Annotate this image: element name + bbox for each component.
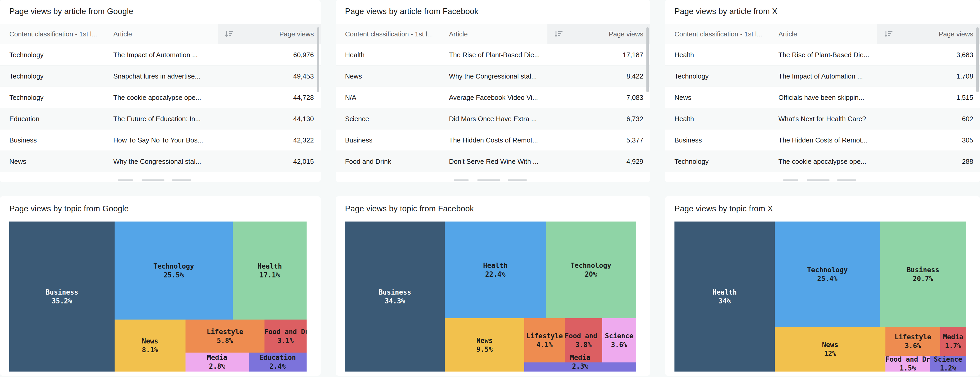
treemap-tile-label: Science1.2% (930, 332, 966, 376)
treemap-tile-label: News12% (775, 304, 885, 376)
table-row[interactable]: Food and Drink Don't Serve Red Wine With… (336, 151, 650, 172)
table-row-partial (0, 172, 321, 182)
cell-page-views: 602 (962, 115, 973, 123)
cell-article: Why the Congressional stal... (113, 157, 201, 165)
cell-page-views: 44,130 (293, 115, 314, 123)
cell-page-views: 49,453 (293, 72, 314, 80)
table-row[interactable]: Business The Hidden Costs of Remot... 5,… (336, 129, 650, 151)
cell-article: The Rise of Plant-Based Die... (778, 51, 869, 59)
cell-page-views: 8,422 (627, 72, 643, 80)
cell-article: Snapchat lures in advertise... (113, 72, 200, 80)
chart-title: Page views by article from X (675, 7, 778, 16)
treemap-tile-label: Business34.3% (345, 198, 445, 376)
column-header-classification[interactable]: Content classification - 1st l... (675, 30, 762, 38)
table-header-row: Content classification - 1st l... Articl… (665, 24, 980, 44)
treemap-tile-science[interactable]: Science1.2% (930, 356, 966, 372)
panel-page-views-by-article-facebook: Page views by article from Facebook Cont… (336, 0, 650, 182)
table-row[interactable]: Health What's Next for Health Care? 602 (665, 108, 980, 129)
cell-page-views: 288 (962, 157, 973, 165)
table-row[interactable]: Technology The Impact of Automation ... … (0, 44, 321, 65)
cell-page-views: 5,377 (627, 136, 643, 144)
cell-classification: News (345, 72, 362, 80)
table-row[interactable]: Education The Future of Education: In...… (0, 108, 321, 129)
treemap-tile-label: Business35.2% (10, 198, 115, 376)
column-header-page-views[interactable]: Page views (279, 30, 314, 38)
table-scrollbar[interactable] (646, 27, 649, 92)
cell-article: The cookie apocalypse ope... (778, 157, 866, 165)
treemap-tile-news[interactable]: News12% (775, 327, 885, 372)
table-row[interactable]: Business How To Say No To Your Bos... 42… (0, 129, 321, 151)
cell-classification: Health (675, 51, 694, 59)
table-row[interactable]: Health The Rise of Plant-Based Die... 3,… (665, 44, 980, 65)
cell-article: The Future of Education: In... (113, 115, 201, 123)
cell-page-views: 1,515 (956, 93, 973, 101)
table-row[interactable]: News Why the Congressional stal... 8,422 (336, 65, 650, 87)
table-row[interactable]: News Officials have been skippin... 1,51… (665, 87, 980, 108)
cell-classification: Science (345, 115, 369, 123)
cell-page-views: 42,322 (293, 136, 314, 144)
cell-classification: Food and Drink (345, 157, 391, 165)
cell-classification: Business (675, 136, 702, 144)
cell-classification: Technology (675, 72, 709, 80)
cell-classification: Business (10, 136, 37, 144)
table-header-row: Content classification - 1st l... Articl… (336, 24, 650, 44)
cell-classification: Health (675, 115, 694, 123)
table-row[interactable]: Health The Rise of Plant-Based Die... 17… (336, 44, 650, 65)
sort-descending-icon[interactable] (554, 30, 563, 38)
column-header-article[interactable]: Article (778, 30, 797, 38)
table-row[interactable]: Technology The cookie apocalypse ope... … (0, 87, 321, 108)
column-header-page-views[interactable]: Page views (609, 30, 643, 38)
cell-classification: N/A (345, 93, 356, 101)
treemap-tile-label: Media2.8% (186, 329, 249, 376)
cell-article: The cookie apocalypse ope... (113, 93, 201, 101)
treemap-tile-education[interactable]: Education2.4% (249, 353, 307, 372)
column-header-classification[interactable]: Content classification - 1st l... (345, 30, 433, 38)
treemap-tile-food-and-drink[interactable]: Food and Drink1.5% (885, 356, 930, 372)
cell-classification: News (10, 157, 26, 165)
treemap-tile-business[interactable]: Business35.2% (10, 222, 115, 372)
cell-classification: Health (345, 51, 364, 59)
cell-page-views: 4,929 (627, 157, 643, 165)
treemap-x: Health34%Technology25.4%Business20.7%New… (675, 222, 966, 372)
table-row[interactable]: N/A Average Facebook Video Vi... 7,083 (336, 87, 650, 108)
treemap-tile-media[interactable]: Media2.8% (186, 353, 249, 372)
treemap-tile-label: Food and Drink1.5% (885, 332, 930, 376)
column-header-article[interactable]: Article (113, 30, 132, 38)
cell-page-views: 305 (962, 136, 973, 144)
table-scrollbar[interactable] (317, 27, 319, 92)
cell-classification: Technology (10, 72, 44, 80)
chart-title: Page views by article from Google (10, 7, 133, 16)
cell-classification: News (675, 93, 691, 101)
panel-page-views-by-article-x: Page views by article from X Content cla… (665, 0, 980, 182)
treemap-facebook: Business34.3%Health22.4%Technology20%New… (345, 222, 636, 372)
treemap-tile-news[interactable]: News8.1% (115, 319, 186, 372)
table-row[interactable]: Technology The cookie apocalypse ope... … (665, 151, 980, 172)
treemap-tile-label: Media2.3% (524, 339, 636, 371)
table-row[interactable]: Technology Snapchat lures in advertise..… (0, 65, 321, 87)
cell-classification: Technology (675, 157, 709, 165)
table-row[interactable]: Science Did Mars Once Have Extra ... 6,7… (336, 108, 650, 129)
sort-descending-icon[interactable] (225, 30, 234, 38)
treemap-tile-label: News9.5% (445, 295, 524, 376)
table-scrollbar[interactable] (976, 27, 979, 92)
column-header-classification[interactable]: Content classification - 1st l... (10, 30, 97, 38)
treemap-tile-health[interactable]: Health34% (675, 222, 775, 372)
sort-descending-icon[interactable] (884, 30, 893, 38)
column-header-page-views[interactable]: Page views (939, 30, 973, 38)
treemap-tile-media[interactable]: Media2.3% (524, 363, 636, 372)
chart-title: Page views by article from Facebook (345, 7, 479, 16)
cell-classification: Education (10, 115, 40, 123)
table-row[interactable]: Technology The Impact of Automation ... … (665, 65, 980, 87)
column-header-article[interactable]: Article (449, 30, 468, 38)
cell-article: Average Facebook Video Vi... (449, 93, 538, 101)
cell-article: Don't Serve Red Wine With ... (449, 157, 539, 165)
cell-article: The Impact of Automation ... (778, 72, 863, 80)
panel-page-views-by-article-google: Page views by article from Google Conten… (0, 0, 321, 182)
treemap-google: Business35.2%Technology25.5%Health17.1%N… (10, 222, 307, 372)
table-row-partial (336, 172, 650, 182)
table-header-row: Content classification - 1st l... Articl… (0, 24, 321, 44)
table-row[interactable]: Business The Hidden Costs of Remot... 30… (665, 129, 980, 151)
treemap-tile-news[interactable]: News9.5% (445, 318, 524, 372)
treemap-tile-business[interactable]: Business34.3% (345, 222, 445, 372)
table-row[interactable]: News Why the Congressional stal... 42,01… (0, 151, 321, 172)
